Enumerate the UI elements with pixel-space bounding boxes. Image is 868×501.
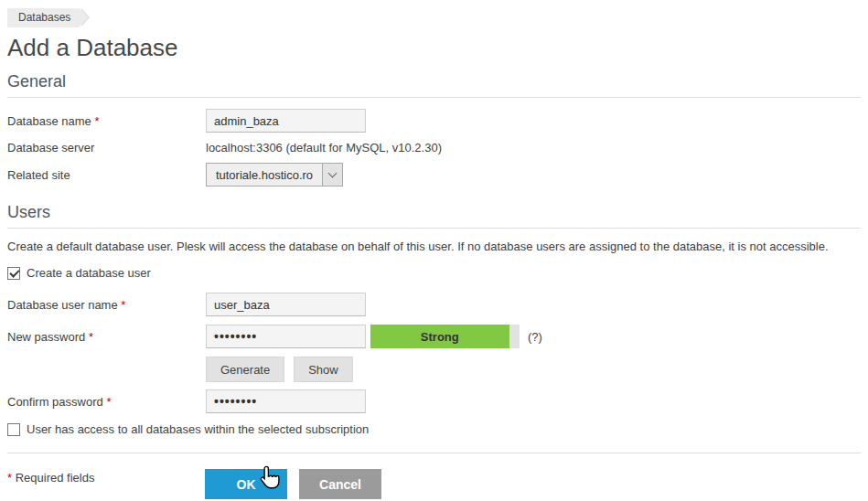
related-site-label: Related site [7,168,206,182]
database-server-label: Database server [7,141,206,155]
footer-buttons: OK Cancel [205,469,381,499]
chevron-glyph [328,168,338,177]
access-all-checkbox-row: User has access to all databases within … [7,422,861,436]
database-user-name-label-text: Database user name [7,298,118,312]
footer: * Required fields OK Cancel [7,453,861,499]
required-asterisk: * [121,298,125,312]
database-user-name-label: Database user name * [7,298,206,312]
confirm-password-label-text: Confirm password [7,395,103,409]
database-name-row: Database name * [7,109,861,133]
database-server-value: localhost:3306 (default for MySQL, v10.2… [206,141,442,155]
generate-password-button[interactable]: Generate [206,357,284,382]
breadcrumb[interactable]: Databases [7,8,80,27]
database-server-label-text: Database server [7,141,94,155]
database-server-row: Database server localhost:3306 (default … [7,141,861,155]
users-description: Create a default database user. Plesk wi… [7,240,861,253]
related-site-selected-value: tutoriale.hostico.ro [207,168,322,182]
new-password-input[interactable] [206,325,366,348]
related-site-select[interactable]: tutoriale.hostico.ro [206,163,343,187]
related-site-label-text: Related site [7,168,70,182]
database-user-name-row: Database user name * [7,293,861,316]
chevron-down-icon[interactable] [322,164,342,186]
password-strength-fill: Strong [370,325,509,348]
new-password-label-text: New password [7,330,85,344]
confirm-password-input[interactable] [206,389,366,413]
required-fields-text: Required fields [16,471,95,485]
confirm-password-label: Confirm password * [7,395,206,409]
database-name-input[interactable] [206,109,366,133]
required-asterisk: * [106,395,111,409]
access-all-checkbox[interactable] [7,423,20,436]
required-fields-note: * Required fields [7,471,94,485]
password-strength-label: Strong [421,330,459,344]
required-asterisk: * [7,471,12,485]
required-asterisk: * [89,330,93,344]
show-password-button[interactable]: Show [294,357,353,382]
password-buttons-row: Generate Show [7,357,861,382]
cancel-button[interactable]: Cancel [299,469,381,499]
breadcrumb-item-databases[interactable]: Databases [18,11,70,24]
ok-button[interactable]: OK [205,469,287,499]
password-help-link[interactable]: (?) [528,330,542,344]
new-password-row: New password * Strong (?) [7,325,861,348]
related-site-row: Related site tutoriale.hostico.ro [7,163,861,187]
create-user-checkbox[interactable] [7,267,20,280]
section-heading-users: Users [7,203,861,229]
password-strength-meter: Strong [370,325,520,348]
new-password-label: New password * [7,330,206,344]
database-name-label-text: Database name [7,114,91,128]
page-title: Add a Database [7,34,861,61]
confirm-password-row: Confirm password * [7,389,861,413]
database-user-name-input[interactable] [206,293,366,316]
required-asterisk: * [94,114,99,128]
add-database-page: Databases Add a Database General Databas… [0,0,868,499]
database-name-label: Database name * [7,114,206,128]
create-user-checkbox-row: Create a database user [7,266,861,280]
create-user-checkbox-label[interactable]: Create a database user [27,266,151,280]
section-heading-general: General [7,72,861,98]
access-all-checkbox-label[interactable]: User has access to all databases within … [27,422,369,436]
